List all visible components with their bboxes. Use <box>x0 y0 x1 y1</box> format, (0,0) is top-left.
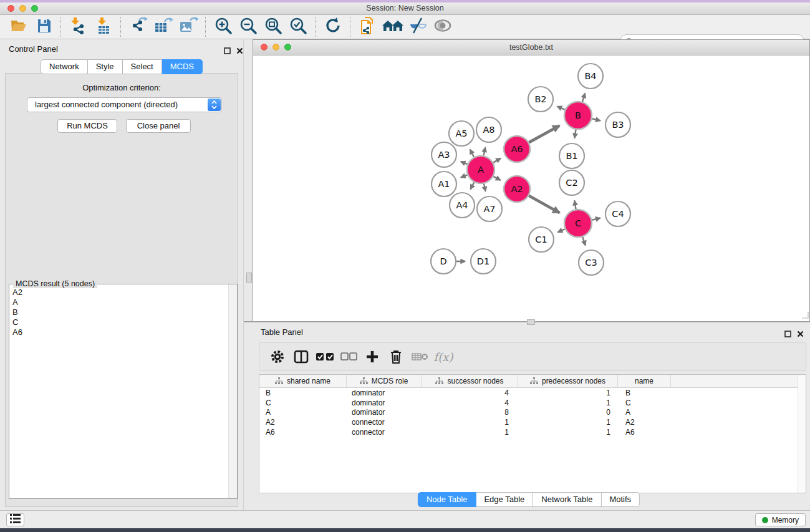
resize-grip-icon[interactable] <box>801 310 809 321</box>
table-row[interactable]: Cdominator41C <box>259 398 806 408</box>
select-all-button[interactable] <box>313 346 337 367</box>
mcds-result-item[interactable]: A6 <box>12 327 227 337</box>
graph-edge-C-C3[interactable] <box>582 237 586 246</box>
table-cell: 1 <box>422 418 518 427</box>
tab-node-table[interactable]: Node Table <box>418 492 476 507</box>
panel-divider-vertical[interactable] <box>243 39 244 510</box>
network-close-button[interactable] <box>261 44 268 51</box>
optimization-dropdown[interactable]: largest connected component (directed) <box>27 97 222 112</box>
main-toolbar-icons <box>6 17 455 37</box>
tab-mcds[interactable]: MCDS <box>162 59 203 74</box>
gear-icon <box>270 349 285 364</box>
run-mcds-button[interactable]: Run MCDS <box>57 119 117 133</box>
panel-divider-grip[interactable] <box>246 273 252 283</box>
tab-network[interactable]: Network <box>41 59 88 74</box>
save-session-button[interactable] <box>31 17 56 37</box>
table-panel-title: Table Panel <box>261 327 303 337</box>
mcds-result-item[interactable]: A <box>12 297 227 307</box>
graph-edge-B-B3[interactable] <box>592 118 600 120</box>
table-row[interactable]: A6connector11A6 <box>259 427 806 437</box>
import-table-button[interactable] <box>91 17 116 37</box>
close-panel-button[interactable]: Close panel <box>126 119 191 133</box>
graph-edge-A-A1[interactable] <box>461 175 468 177</box>
graph-node-label-A: A <box>478 165 484 175</box>
tab-edge-table[interactable]: Edge Table <box>476 492 533 507</box>
column-header-shared-name[interactable]: shared name <box>259 375 347 387</box>
hide-labels-button[interactable] <box>405 17 430 37</box>
task-history-button[interactable] <box>6 513 24 526</box>
tab-select[interactable]: Select <box>123 59 162 74</box>
mcds-result-item[interactable]: C <box>12 317 227 327</box>
open-session-button[interactable] <box>6 17 31 37</box>
zoom-out-button[interactable] <box>236 17 261 37</box>
dropdown-stepper-icon <box>208 99 221 111</box>
zoom-fit-button[interactable] <box>261 17 286 37</box>
table-cell: A <box>259 408 347 417</box>
mcds-result-scrollbar[interactable] <box>228 284 237 498</box>
table-settings-button[interactable] <box>266 346 289 367</box>
node-table-header: shared nameMCDS rolesuccessor nodesprede… <box>259 375 806 388</box>
graph-edge-A6-B[interactable] <box>529 125 559 142</box>
zoom-selected-button[interactable] <box>286 17 311 37</box>
graph-node-label-A3: A3 <box>438 150 450 160</box>
split-panel-button[interactable] <box>289 346 313 367</box>
tab-network-table[interactable]: Network Table <box>533 492 601 507</box>
refresh-button[interactable] <box>321 17 345 37</box>
column-header-MCDS-role[interactable]: MCDS role <box>347 375 422 387</box>
graph-edge-A-A7[interactable] <box>484 183 486 191</box>
table-cell: 0 <box>518 408 618 417</box>
toolbar-separator <box>60 17 62 37</box>
mcds-result-list[interactable]: A2ABCA6 <box>12 288 227 496</box>
column-header-name[interactable]: name <box>618 375 671 387</box>
graph-edge-C-C4[interactable] <box>592 218 600 220</box>
graph-edge-A-A6[interactable] <box>493 158 501 163</box>
table-cell: A6 <box>618 428 671 437</box>
column-header-successor-nodes[interactable]: successor nodes <box>422 375 518 387</box>
float-table-panel-icon[interactable] <box>784 329 791 340</box>
network-minimize-button[interactable] <box>272 44 279 51</box>
graph-node-label-A2: A2 <box>511 184 523 194</box>
graph-edge-A-A2[interactable] <box>493 177 500 180</box>
home-button[interactable] <box>380 17 405 37</box>
network-zoom-button[interactable] <box>284 44 291 51</box>
network-canvas[interactable]: B4B2BB3A5A8A6A3B1AC2A1A2A4A7C4CC1DD1C3 <box>253 56 809 322</box>
node-table-scrollbar[interactable] <box>798 375 806 493</box>
graph-edge-A-A8[interactable] <box>484 147 486 155</box>
export-table-button[interactable] <box>151 17 176 37</box>
graph-edge-A-A5[interactable] <box>470 150 474 157</box>
export-network-button[interactable] <box>126 17 151 37</box>
graph-node-label-D: D <box>440 256 446 266</box>
mcds-result-item[interactable]: A2 <box>12 288 227 297</box>
graph-edge-C-C2[interactable] <box>574 201 576 210</box>
network-window-titlebar[interactable]: testGlobe.txt <box>253 40 809 56</box>
graph-edge-B-B2[interactable] <box>557 107 565 110</box>
import-network-button[interactable] <box>66 17 91 37</box>
tab-style[interactable]: Style <box>88 59 123 74</box>
close-table-panel-icon[interactable] <box>797 329 804 340</box>
add-column-button[interactable] <box>360 346 384 367</box>
graph-edge-C-C1[interactable] <box>558 229 565 232</box>
float-panel-icon[interactable] <box>224 46 231 57</box>
table-row[interactable]: Adominator80A <box>259 408 806 418</box>
delete-column-button[interactable] <box>384 346 408 367</box>
graph-edge-A-A3[interactable] <box>461 162 468 164</box>
show-eye-button[interactable] <box>430 17 455 37</box>
copy-network-button[interactable] <box>355 17 380 37</box>
deselect-all-button[interactable] <box>337 346 360 367</box>
export-image-button[interactable] <box>176 17 201 37</box>
close-panel-icon[interactable] <box>236 46 243 57</box>
graph-edge-A2-C[interactable] <box>529 196 559 213</box>
tab-motifs[interactable]: Motifs <box>601 492 640 507</box>
table-row[interactable]: Bdominator41B <box>259 388 806 398</box>
column-header-predecessor-nodes[interactable]: predecessor nodes <box>518 375 618 387</box>
graph-edge-A-A4[interactable] <box>471 182 475 189</box>
home-icon <box>382 18 403 36</box>
memory-button[interactable]: Memory <box>755 513 806 526</box>
graph-edge-B-B1[interactable] <box>574 130 576 138</box>
zoom-in-button[interactable] <box>211 17 236 37</box>
graph-edge-B-B4[interactable] <box>582 94 585 102</box>
function-builder-button: f(x) <box>432 346 455 367</box>
table-row[interactable]: A2connector11A2 <box>259 417 806 427</box>
mcds-result-item[interactable]: B <box>12 307 227 317</box>
table-divider-grip[interactable] <box>527 319 535 325</box>
